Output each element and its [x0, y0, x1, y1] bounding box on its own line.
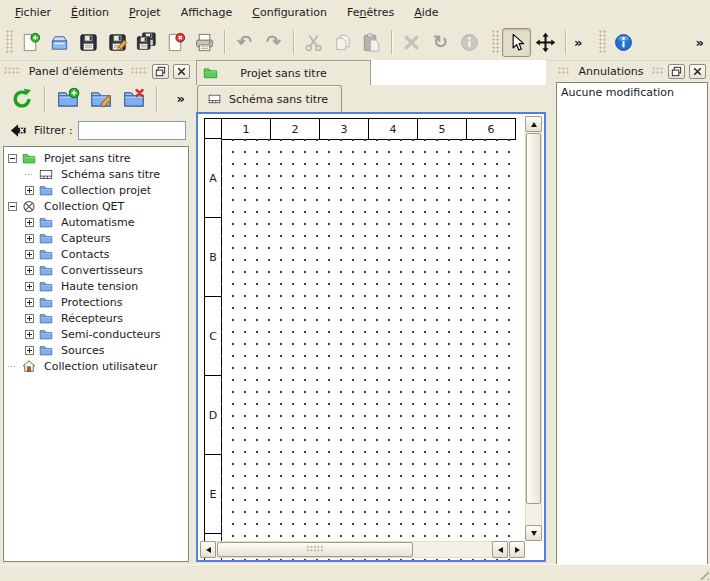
expand-icon[interactable] — [25, 330, 34, 339]
undo-list-item[interactable]: Aucune modification — [558, 84, 706, 100]
pan-mode-button[interactable] — [531, 28, 560, 57]
undo-button[interactable]: ↶ — [230, 28, 259, 57]
expand-icon[interactable] — [25, 234, 34, 243]
menu-projet[interactable]: Projet — [119, 3, 171, 22]
tab-schema[interactable]: Schéma sans titre — [197, 85, 342, 112]
print-button[interactable] — [190, 28, 219, 57]
new-document-button[interactable] — [16, 28, 45, 57]
folder-blue-icon — [38, 343, 54, 358]
filter-input[interactable] — [78, 121, 186, 140]
arrow-up-icon — [531, 122, 537, 127]
save-all-button[interactable] — [132, 28, 161, 57]
rotate-button[interactable]: ↻ — [426, 28, 455, 57]
arrow-left-icon — [206, 547, 211, 553]
schema-sheet: 123456 ABCDE — [204, 118, 517, 560]
close-document-button[interactable] — [161, 28, 190, 57]
about-qelectrotech-button[interactable] — [609, 28, 638, 57]
tree-item-projet-sans-titre[interactable]: Projet sans titre — [4, 150, 188, 166]
horizontal-scrollbar[interactable] — [200, 541, 525, 558]
tree-item-capteurs[interactable]: Capteurs — [4, 230, 188, 246]
tree-item-label: Haute tension — [59, 280, 140, 293]
expand-icon[interactable] — [25, 346, 34, 355]
tree-item-automatisme[interactable]: Automatisme — [4, 214, 188, 230]
column-header-1: 1 — [221, 118, 271, 140]
column-header-3: 3 — [319, 118, 369, 140]
clear-filter-button[interactable] — [7, 120, 29, 142]
menu-fenetres[interactable]: Fenêtres — [337, 3, 404, 22]
menu-affichage[interactable]: Affichage — [171, 3, 243, 22]
expand-icon[interactable] — [25, 218, 34, 227]
tree-item-collection-projet[interactable]: Collection projet — [4, 182, 188, 198]
toolbar-extension-button[interactable]: » — [693, 35, 707, 50]
menu-edition[interactable]: Édition — [61, 3, 119, 22]
paste-button[interactable] — [357, 28, 386, 57]
schema-tab-label: Schéma sans titre — [229, 93, 328, 106]
resize-grip[interactable] — [696, 567, 709, 580]
undo-history-list[interactable]: Aucune modification — [556, 82, 708, 565]
expand-icon[interactable] — [25, 186, 34, 195]
expand-icon[interactable] — [25, 266, 34, 275]
delete-button[interactable] — [397, 28, 426, 57]
elements-panel-float-button[interactable] — [152, 64, 169, 79]
tree-item-label: Collection QET — [42, 200, 126, 213]
row-header-C: C — [204, 296, 222, 376]
scroll-up-button[interactable] — [525, 116, 542, 132]
elements-tree[interactable]: Projet sans titreSchéma sans titreCollec… — [3, 146, 189, 562]
tree-item-protections[interactable]: Protections — [4, 294, 188, 310]
schema-editor[interactable]: 123456 ABCDE — [196, 112, 546, 562]
menu-aide[interactable]: Aide — [404, 3, 448, 22]
toolbar-extension-button[interactable]: » — [571, 35, 585, 50]
select-mode-button[interactable] — [502, 28, 531, 57]
undo-panel-header[interactable]: Annulations — [556, 62, 708, 80]
tree-item-haute-tension[interactable]: Haute tension — [4, 278, 188, 294]
copy-button[interactable] — [328, 28, 357, 57]
tree-item-semi-conducteurs[interactable]: Semi-conducteurs — [4, 326, 188, 342]
tab-project[interactable]: Projet sans titre — [196, 60, 371, 85]
save-as-button[interactable] — [103, 28, 132, 57]
undo-panel-close-button[interactable] — [689, 64, 706, 79]
row-header-B: B — [204, 217, 222, 297]
delete-category-button[interactable] — [118, 83, 149, 114]
undo-panel-float-button[interactable] — [668, 64, 685, 79]
tree-item-collection-utilisateur[interactable]: Collection utilisateur — [4, 358, 188, 374]
scroll-down-button[interactable] — [525, 525, 542, 541]
elements-panel-close-button[interactable] — [173, 64, 190, 79]
menu-fichier[interactable]: Fichier — [5, 3, 61, 22]
schema-viewport[interactable]: 123456 ABCDE — [198, 114, 544, 560]
vertical-scrollbar[interactable] — [525, 116, 542, 541]
vertical-scroll-thumb[interactable] — [526, 133, 541, 504]
elements-panel-header[interactable]: Panel d'éléments — [2, 62, 192, 80]
scroll-left-button-2[interactable] — [492, 541, 508, 558]
toolbar-handle[interactable] — [492, 30, 499, 54]
expand-icon[interactable] — [25, 314, 34, 323]
collapse-icon[interactable] — [8, 154, 17, 163]
scroll-left-button[interactable] — [200, 541, 216, 558]
tree-item-recepteurs[interactable]: Récepteurs — [4, 310, 188, 326]
expand-icon[interactable] — [25, 298, 34, 307]
cut-button[interactable] — [299, 28, 328, 57]
horizontal-scroll-thumb[interactable] — [217, 542, 413, 557]
toolbar-handle[interactable] — [6, 30, 13, 54]
tree-item-label: Collection utilisateur — [42, 360, 159, 373]
tree-item-sources[interactable]: Sources — [4, 342, 188, 358]
edit-category-button[interactable] — [85, 83, 116, 114]
tree-item-convertisseurs[interactable]: Convertisseurs — [4, 262, 188, 278]
element-information-button[interactable] — [455, 28, 484, 57]
menu-configuration[interactable]: Configuration — [242, 3, 337, 22]
expand-icon[interactable] — [25, 282, 34, 291]
new-category-button[interactable] — [52, 83, 83, 114]
schema-grid-canvas[interactable] — [221, 139, 517, 560]
tree-item-contacts[interactable]: Contacts — [4, 246, 188, 262]
open-document-button[interactable] — [45, 28, 74, 57]
expand-icon[interactable] — [25, 250, 34, 259]
collapse-icon[interactable] — [8, 202, 17, 211]
toolbar-extension-button[interactable]: » — [174, 91, 188, 106]
rotate-icon: ↻ — [433, 33, 448, 51]
redo-button[interactable]: ↷ — [259, 28, 288, 57]
scroll-right-button[interactable] — [509, 541, 525, 558]
toolbar-handle[interactable] — [599, 30, 606, 54]
tree-item-schema-sans-titre[interactable]: Schéma sans titre — [4, 166, 188, 182]
tree-item-collection-qet[interactable]: Collection QET — [4, 198, 188, 214]
reload-collections-button[interactable] — [6, 83, 37, 114]
save-button[interactable] — [74, 28, 103, 57]
